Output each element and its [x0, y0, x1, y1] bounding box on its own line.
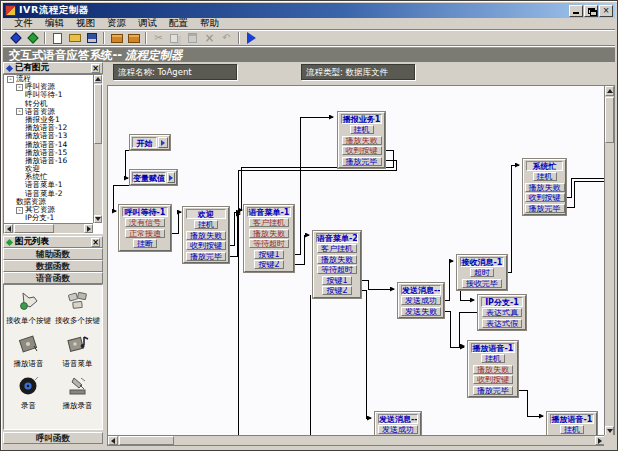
flow-node-play-voice-1[interactable]: 播放语音-1挂机播放失败收到按键播放完毕 — [468, 341, 518, 397]
flow-node-send-msg-1[interactable]: 发送消息--发送成功发送失败 — [398, 283, 444, 318]
existing-elements-header[interactable]: 已有图元 × — [3, 62, 103, 74]
node-exit-row[interactable]: 收到按键 — [339, 145, 384, 156]
import-flow-button[interactable] — [108, 32, 125, 45]
node-exit-row[interactable]: 表达式假 — [479, 318, 525, 329]
flow-node-welcome[interactable]: 欢迎挂机播放失败收到按键播放完毕 — [183, 207, 229, 263]
node-exit-row[interactable]: 播放失败 — [245, 228, 293, 239]
node-exit-row[interactable]: 挂机 — [184, 219, 228, 230]
menu-file[interactable]: 文件 — [8, 17, 39, 30]
node-exit-row[interactable]: 正常接通 — [120, 228, 170, 239]
menu-debug[interactable]: 调试 — [132, 17, 163, 30]
node-exit-row[interactable]: 接收完毕 — [458, 278, 506, 289]
node-exit-row[interactable]: 播放失败 — [314, 254, 360, 265]
canvas-vertical-scrollbar[interactable] — [604, 85, 615, 437]
run-debug-button[interactable] — [243, 32, 260, 45]
node-exit-row[interactable]: 收到按键 — [524, 192, 565, 203]
menu-edit[interactable]: 编辑 — [39, 17, 70, 30]
node-exit-row[interactable]: 超时 — [458, 267, 506, 278]
scroll-up-icon[interactable] — [94, 75, 102, 83]
receive-multi-key-tool[interactable]: 接收多个按键 — [53, 287, 102, 330]
menu-view[interactable]: 视图 — [70, 17, 101, 30]
tree-horizontal-scrollbar[interactable] — [4, 223, 93, 233]
close-panel-icon[interactable]: × — [91, 238, 100, 247]
tree-item-IP分支-1[interactable]: IP分支-1 — [4, 214, 93, 222]
play-recording-tool[interactable]: 播放录音 — [53, 372, 102, 415]
show-existing-elements-button[interactable] — [7, 32, 24, 45]
scroll-left-icon[interactable] — [108, 436, 118, 445]
save-flow-button[interactable] — [83, 32, 100, 45]
tree-vertical-scrollbar[interactable] — [93, 75, 102, 223]
node-exit-row[interactable]: 等待超时 — [245, 238, 293, 249]
title-bar[interactable]: IVR流程定制器 × — [3, 3, 615, 18]
menu-help[interactable]: 帮助 — [194, 17, 225, 30]
flow-node-voice-menu-2[interactable]: 语音菜单-2客户挂机播放失败等待超时按键1按键2 — [313, 231, 361, 298]
node-exit-row[interactable]: 播放完毕 — [184, 251, 228, 262]
new-flow-button[interactable] — [49, 32, 66, 45]
node-exit-row[interactable]: 按键1 — [245, 249, 293, 260]
call-functions-button[interactable]: 呼叫函数 — [3, 432, 103, 444]
node-exit-row[interactable]: 播放失败 — [524, 182, 565, 193]
restore-button[interactable] — [584, 5, 598, 17]
node-exit-row[interactable]: 按键2 — [314, 285, 360, 296]
flow-node-call-wait-1[interactable]: 呼叫等待-1没有信号正常接通挂断 — [119, 205, 171, 251]
tree-hscroll-thumb[interactable] — [14, 224, 54, 233]
node-expand-button[interactable] — [158, 137, 168, 148]
node-expand-button[interactable] — [167, 172, 175, 183]
flow-node-send-msg-2[interactable]: 发送消息--发送成功发送失败 — [375, 412, 421, 437]
data-functions-button[interactable]: 数据函数 — [3, 260, 103, 272]
flow-node-recv-msg-1[interactable]: 接收消息-1超时接收完毕 — [457, 255, 507, 290]
node-exit-row[interactable]: 播放完毕 — [524, 203, 565, 214]
flow-node-broadcast-1[interactable]: 播报业务1挂机播放失败收到按键播放完毕 — [338, 112, 385, 168]
menu-resource[interactable]: 资源 — [101, 17, 132, 30]
tree-expander-icon[interactable]: - — [16, 108, 23, 115]
node-exit-row[interactable]: 播放完毕 — [339, 156, 384, 167]
aux-functions-button[interactable]: 辅助函数 — [3, 248, 103, 260]
node-exit-row[interactable]: 客户挂机 — [314, 243, 360, 254]
node-exit-row[interactable]: 客户挂机 — [245, 217, 293, 228]
node-exit-row[interactable]: 播放失败 — [184, 230, 228, 241]
tree-expander-icon[interactable]: - — [16, 207, 23, 214]
scroll-right-icon[interactable] — [84, 224, 93, 233]
flow-node-play-voice-2[interactable]: 播放语音-1挂机播放失败收到按键播放完毕 — [547, 412, 597, 437]
canvas-horizontal-scrollbar[interactable] — [107, 435, 606, 446]
node-exit-row[interactable]: 播放完毕 — [469, 385, 517, 396]
close-panel-icon[interactable]: × — [91, 64, 100, 73]
tree-item-呼叫等待-1[interactable]: 呼叫等待-1 — [4, 91, 93, 99]
node-exit-row[interactable]: 没有信号 — [120, 217, 170, 228]
tree-vscroll-thumb[interactable] — [94, 84, 102, 144]
tree-expander-icon[interactable]: - — [16, 84, 23, 91]
node-exit-row[interactable]: 发送成功 — [376, 424, 420, 435]
canvas-vscroll-thumb[interactable] — [605, 97, 614, 143]
node-exit-row[interactable]: 挂机 — [548, 424, 596, 435]
node-exit-row[interactable]: 挂机 — [469, 353, 517, 364]
node-exit-row[interactable]: 按键2 — [245, 259, 293, 270]
node-exit-row[interactable]: 挂机 — [339, 124, 384, 135]
voice-functions-button[interactable]: 语音函数 — [3, 272, 103, 284]
scroll-down-icon[interactable] — [94, 215, 102, 223]
flow-node-var-assign[interactable]: 变量赋值 — [130, 170, 177, 185]
tree-item-播放语音-16[interactable]: 播放语音-16 — [4, 157, 93, 165]
tree-expander-icon[interactable]: - — [7, 76, 14, 83]
show-element-list-button[interactable] — [24, 32, 41, 45]
node-exit-row[interactable]: 按键1 — [314, 275, 360, 286]
node-exit-row[interactable]: 收到按键 — [469, 374, 517, 385]
menu-config[interactable]: 配置 — [163, 17, 194, 30]
canvas-hscroll-thumb[interactable] — [119, 436, 174, 445]
close-button[interactable]: × — [599, 5, 613, 17]
scroll-up-icon[interactable] — [605, 86, 614, 96]
record-tool[interactable]: 录音 — [4, 372, 53, 415]
node-exit-row[interactable]: 发送失败 — [399, 306, 443, 317]
node-exit-row[interactable]: 发送成功 — [399, 295, 443, 306]
flow-node-sys-busy[interactable]: 系统忙挂机播放失败收到按键播放完毕 — [523, 159, 566, 215]
flow-node-voice-menu-1[interactable]: 语音菜单-1客户挂机播放失败等待超时按键1按键2 — [244, 205, 294, 272]
node-exit-row[interactable]: 播放失败 — [339, 135, 384, 146]
node-exit-row[interactable]: 挂断 — [120, 238, 170, 249]
flow-canvas[interactable]: 开始变量赋值呼叫等待-1没有信号正常接通挂断欢迎挂机播放失败收到按键播放完毕语音… — [107, 85, 606, 437]
node-exit-row[interactable]: 收到按键 — [184, 240, 228, 251]
element-list-header[interactable]: 图元列表 × — [3, 236, 103, 248]
play-voice-tool[interactable]: 播放语音 — [4, 330, 53, 373]
flow-node-start[interactable]: 开始 — [130, 135, 170, 150]
export-flow-button[interactable] — [125, 32, 142, 45]
receive-single-key-tool[interactable]: 接收单个按键 — [4, 287, 53, 330]
node-exit-row[interactable]: 表达式真 — [479, 307, 525, 318]
